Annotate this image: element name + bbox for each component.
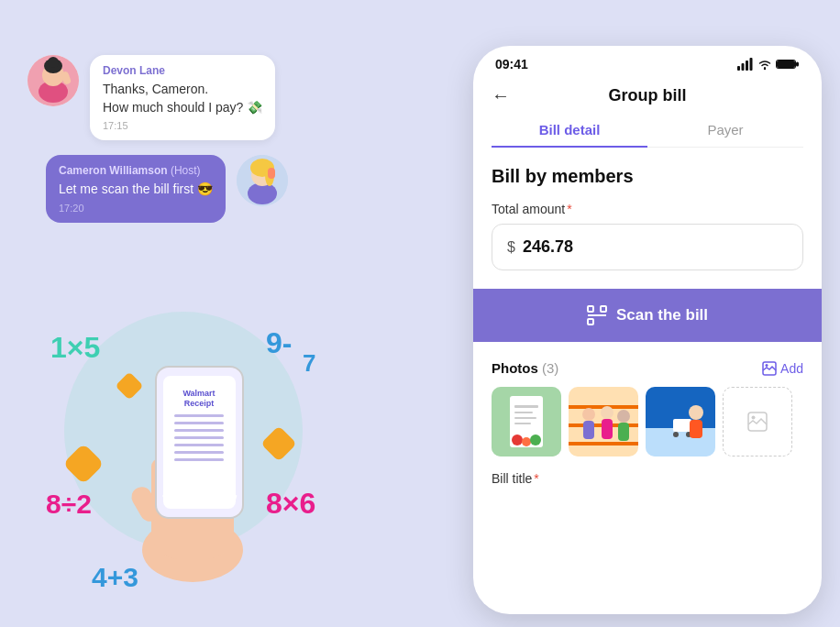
- tab-bill-detail[interactable]: Bill detail: [492, 113, 647, 147]
- cameron-message: Let me scan the bill first 😎: [59, 181, 213, 199]
- page-title: Group bill: [609, 86, 687, 105]
- svg-rect-40: [737, 66, 740, 71]
- svg-text:8÷2: 8÷2: [46, 489, 92, 519]
- scan-button-label: Scan the bill: [616, 306, 708, 324]
- svg-point-70: [601, 406, 613, 419]
- add-photo-button[interactable]: Add: [762, 361, 803, 376]
- photo-2[interactable]: [569, 387, 638, 456]
- svg-rect-49: [588, 306, 593, 312]
- host-label: (Host): [171, 164, 201, 177]
- svg-rect-24: [174, 414, 224, 417]
- avatar-devon: [28, 55, 79, 106]
- devon-name: Devon Lane: [103, 64, 262, 77]
- image-placeholder-icon: [746, 411, 768, 433]
- svg-point-54: [766, 364, 768, 367]
- svg-rect-77: [673, 419, 691, 432]
- svg-rect-25: [174, 422, 224, 424]
- svg-rect-28: [174, 444, 224, 446]
- photo-add-slot[interactable]: [723, 387, 792, 456]
- svg-rect-30: [174, 458, 224, 461]
- svg-rect-41: [742, 63, 745, 71]
- avatar-cameron: [237, 155, 288, 206]
- scan-icon: [587, 305, 607, 325]
- svg-rect-42: [746, 60, 748, 71]
- svg-text:9-: 9-: [266, 326, 292, 359]
- svg-point-72: [617, 410, 630, 423]
- left-panel: Devon Lane Thanks, Cameron.How much shou…: [0, 0, 422, 627]
- svg-rect-29: [174, 451, 224, 454]
- svg-text:7: 7: [303, 349, 315, 377]
- svg-point-63: [530, 434, 541, 446]
- photo-3[interactable]: [646, 387, 715, 456]
- svg-rect-59: [514, 417, 536, 419]
- svg-point-80: [689, 405, 703, 420]
- svg-rect-26: [174, 429, 224, 432]
- photos-section: Photos (3) Add: [473, 342, 822, 456]
- add-photo-icon: [762, 361, 777, 376]
- svg-text:Walmart: Walmart: [182, 389, 215, 398]
- svg-point-44: [764, 68, 766, 70]
- svg-point-83: [752, 416, 756, 420]
- svg-rect-48: [777, 60, 795, 68]
- svg-point-68: [582, 408, 595, 421]
- cameron-time: 17:20: [59, 203, 213, 214]
- tab-payer[interactable]: Payer: [647, 113, 803, 147]
- scan-bill-button[interactable]: Scan the bill: [473, 289, 822, 342]
- cameron-name: Cameron Williamson (Host): [59, 164, 213, 177]
- photos-grid: [492, 387, 803, 456]
- photo-1[interactable]: [492, 387, 561, 456]
- photos-header: Photos (3) Add: [492, 360, 803, 376]
- photos-count: (3): [542, 360, 558, 376]
- svg-text:8×6: 8×6: [266, 487, 315, 520]
- wifi-icon: [757, 58, 772, 71]
- illustration-area: Walmart Receipt 1×5 9- 7 8÷2 8×6: [0, 248, 413, 614]
- back-button[interactable]: ←: [492, 85, 510, 106]
- svg-rect-11: [268, 168, 275, 179]
- svg-point-61: [512, 434, 523, 446]
- amount-value: 246.78: [523, 237, 573, 257]
- svg-rect-27: [174, 436, 224, 439]
- svg-rect-51: [588, 319, 593, 324]
- svg-rect-43: [750, 58, 753, 71]
- svg-rect-57: [514, 405, 538, 408]
- chat-bubble-devon-content: Devon Lane Thanks, Cameron.How much shou…: [90, 55, 275, 140]
- chat-bubble-devon: Devon Lane Thanks, Cameron.How much shou…: [28, 55, 376, 140]
- bill-title-section: Bill title*: [473, 456, 822, 486]
- svg-point-78: [673, 432, 679, 437]
- chat-area: Devon Lane Thanks, Cameron.How much shou…: [28, 55, 376, 223]
- total-amount-label: Total amount*: [492, 202, 803, 216]
- svg-rect-76: [646, 428, 715, 456]
- devon-time: 17:15: [103, 120, 262, 131]
- svg-rect-60: [514, 423, 531, 424]
- svg-point-4: [48, 57, 59, 68]
- currency-symbol: $: [507, 239, 515, 256]
- svg-rect-50: [601, 306, 606, 312]
- svg-rect-71: [602, 419, 613, 439]
- tab-bar: Bill detail Payer: [492, 113, 803, 148]
- app-header: ← Group bill: [473, 79, 822, 113]
- status-time: 09:41: [495, 57, 528, 72]
- svg-text:1×5: 1×5: [50, 331, 100, 364]
- svg-rect-81: [690, 420, 702, 438]
- section-title: Bill by members: [492, 166, 803, 187]
- svg-text:Receipt: Receipt: [184, 399, 215, 408]
- chat-bubble-cameron-wrap: Cameron Williamson (Host) Let me scan th…: [46, 155, 376, 223]
- amount-input-field[interactable]: $ 246.78: [492, 224, 803, 270]
- svg-rect-73: [618, 423, 629, 441]
- status-bar: 09:41: [473, 46, 822, 79]
- photos-title: Photos (3): [492, 360, 558, 376]
- svg-rect-46: [796, 62, 799, 67]
- phone-mockup: 09:41: [473, 46, 822, 614]
- bill-content: Bill by members Total amount* $ 246.78: [473, 148, 822, 270]
- svg-point-62: [522, 437, 531, 446]
- battery-icon: [776, 58, 800, 71]
- svg-rect-58: [514, 412, 533, 413]
- add-label: Add: [780, 361, 803, 376]
- devon-message: Thanks, Cameron.How much should I pay? 💸: [103, 81, 262, 116]
- bill-title-required: *: [534, 471, 538, 486]
- svg-rect-69: [583, 421, 594, 439]
- status-icons: [737, 58, 800, 71]
- svg-rect-67: [569, 442, 638, 446]
- svg-text:4+3: 4+3: [92, 562, 138, 592]
- chat-bubble-cameron-content: Cameron Williamson (Host) Let me scan th…: [46, 155, 226, 223]
